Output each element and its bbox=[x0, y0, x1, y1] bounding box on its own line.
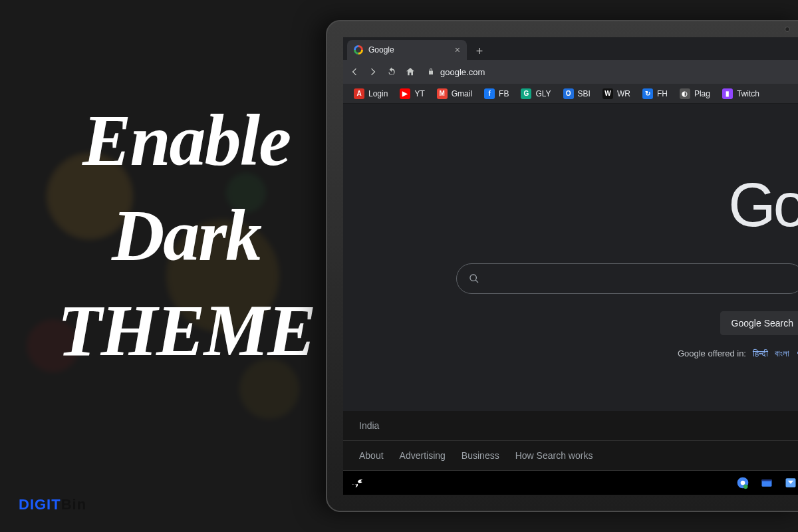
address-bar[interactable]: google.com bbox=[427, 67, 485, 77]
bookmark-favicon-icon: ↻ bbox=[642, 88, 653, 99]
bookmark-favicon-icon: A bbox=[354, 88, 364, 99]
footer-link-business[interactable]: Business bbox=[462, 450, 499, 461]
start-bird-icon[interactable] bbox=[350, 475, 364, 490]
new-tab-button[interactable]: + bbox=[471, 43, 488, 60]
laptop-mock: Google × + google.com ALo bbox=[326, 20, 798, 512]
offered-lang-link[interactable]: हिन्दी bbox=[753, 348, 768, 359]
footer-country-row: India bbox=[343, 411, 798, 441]
bookmark-label: GLY bbox=[535, 89, 551, 98]
bookmark-item[interactable]: ▮Twitch bbox=[717, 86, 765, 101]
bookmark-label: YT bbox=[414, 89, 424, 98]
taskbar-app-icon[interactable] bbox=[783, 475, 798, 490]
lock-icon bbox=[427, 68, 435, 76]
bookmark-favicon-icon: ▮ bbox=[722, 88, 733, 99]
bookmark-favicon-icon: O bbox=[563, 88, 574, 99]
headline-line-2: Dark bbox=[27, 188, 346, 283]
headline-line-1: Enable bbox=[27, 93, 346, 188]
svg-point-1 bbox=[741, 481, 745, 485]
bookmark-favicon-icon: W bbox=[602, 88, 613, 99]
back-button[interactable] bbox=[348, 66, 360, 78]
google-favicon-icon bbox=[354, 45, 363, 55]
bookmark-favicon-icon: G bbox=[521, 88, 531, 99]
bookmark-item[interactable]: fFB bbox=[479, 86, 514, 101]
offered-lang-link[interactable]: বাংলা bbox=[775, 348, 789, 359]
svg-point-2 bbox=[743, 485, 748, 489]
home-icon bbox=[405, 66, 416, 77]
bookmark-item[interactable]: ↻FH bbox=[637, 86, 673, 101]
bookmark-item[interactable]: OSBI bbox=[558, 86, 596, 101]
home-button[interactable] bbox=[404, 66, 416, 78]
footer-link-about[interactable]: About bbox=[359, 450, 384, 461]
bookmark-item[interactable]: MGmail bbox=[432, 86, 477, 101]
os-taskbar bbox=[343, 471, 798, 495]
browser-tab[interactable]: Google × bbox=[347, 40, 467, 60]
tab-title: Google bbox=[368, 45, 394, 55]
google-search-button[interactable]: Google Search bbox=[720, 311, 798, 335]
forward-button[interactable] bbox=[367, 66, 379, 78]
bookmark-label: Login bbox=[368, 89, 388, 98]
promo-headline: Enable Dark THEME bbox=[27, 93, 346, 378]
tab-strip: Google × + bbox=[343, 37, 798, 60]
reload-button[interactable] bbox=[386, 66, 398, 78]
bookmark-label: Twitch bbox=[737, 89, 759, 98]
google-footer: India About Advertising Business How Sea… bbox=[343, 411, 798, 471]
browser-window: Google × + google.com ALo bbox=[343, 37, 798, 495]
url-text: google.com bbox=[440, 67, 485, 77]
offered-prefix: Google offered in: bbox=[678, 348, 746, 359]
footer-links-row: About Advertising Business How Search wo… bbox=[343, 441, 798, 471]
google-offered-row: Google offered in: हिन्दी বাংলা తె bbox=[678, 348, 798, 359]
bookmark-item[interactable]: ▶YT bbox=[394, 86, 430, 101]
bookmark-label: FH bbox=[657, 89, 668, 98]
laptop-camera bbox=[785, 27, 790, 32]
bookmark-item[interactable]: ALogin bbox=[348, 86, 393, 101]
arrow-right-icon bbox=[368, 66, 378, 77]
google-buttons-row: Google Search bbox=[720, 311, 798, 335]
tab-close-button[interactable]: × bbox=[455, 45, 460, 55]
arrow-left-icon bbox=[349, 66, 360, 77]
bookmark-item[interactable]: WWR bbox=[597, 86, 636, 101]
footer-link-advertising[interactable]: Advertising bbox=[400, 450, 446, 461]
brand-part-2: Bin bbox=[61, 496, 86, 513]
browser-toolbar: google.com bbox=[343, 60, 798, 84]
bookmark-label: FB bbox=[499, 89, 509, 98]
google-logo: Go bbox=[728, 170, 798, 240]
taskbar-chrome-icon[interactable] bbox=[735, 475, 750, 490]
bookmark-favicon-icon: ◐ bbox=[680, 88, 690, 99]
bookmark-label: WR bbox=[617, 89, 630, 98]
bookmark-item[interactable]: ◐Plag bbox=[674, 86, 716, 101]
bookmark-item[interactable]: GGLY bbox=[515, 86, 556, 101]
bookmark-label: Plag bbox=[694, 89, 710, 98]
svg-rect-4 bbox=[762, 479, 772, 481]
bookmark-favicon-icon: f bbox=[484, 88, 495, 99]
brand-part-1: DIGIT bbox=[19, 496, 61, 513]
bookmark-label: SBI bbox=[578, 89, 591, 98]
bookmark-label: Gmail bbox=[452, 89, 472, 98]
footer-country: India bbox=[359, 420, 379, 431]
footer-link-how-search-works[interactable]: How Search works bbox=[515, 450, 593, 461]
bookmarks-bar: ALogin▶YTMGmailfFBGGLYOSBIWWR↻FH◐Plag▮Tw… bbox=[343, 84, 798, 104]
bookmark-favicon-icon: M bbox=[437, 88, 448, 99]
google-homepage: Go Google Search Google offered in: हिन्… bbox=[343, 104, 798, 495]
reload-icon bbox=[386, 66, 397, 77]
brand-logo: DIGITBin bbox=[19, 496, 86, 513]
search-icon bbox=[469, 273, 479, 284]
taskbar-files-icon[interactable] bbox=[759, 475, 774, 490]
google-search-input[interactable] bbox=[456, 263, 798, 294]
bookmark-favicon-icon: ▶ bbox=[400, 88, 410, 99]
headline-line-3: THEME bbox=[27, 283, 346, 378]
